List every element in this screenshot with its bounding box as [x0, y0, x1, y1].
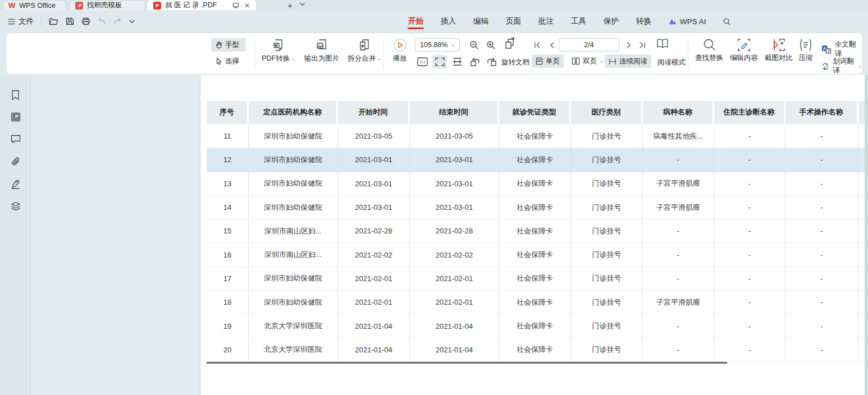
- docer-icon: [75, 2, 83, 10]
- table-cell: 2021-03-01: [338, 196, 410, 219]
- table-cell: -: [643, 219, 714, 243]
- rotate-right-button[interactable]: [485, 55, 499, 68]
- presentation-icon[interactable]: [232, 2, 239, 8]
- play-button[interactable]: 播放: [387, 38, 413, 63]
- table-cell: 社会保障卡: [499, 243, 571, 267]
- tab-document-pdf[interactable]: P 就 医 记 录 .PDF ✕: [147, 0, 256, 10]
- print-icon[interactable]: [81, 17, 90, 25]
- fit-page-button[interactable]: [432, 55, 447, 68]
- table-row: 20北京大学深圳医院2021-01-042021-01-04社会保障卡门诊挂号-…: [207, 338, 865, 362]
- table-cell: -: [785, 314, 858, 338]
- comment-icon[interactable]: [11, 135, 21, 144]
- rotate-left-button[interactable]: [468, 55, 482, 68]
- zoom-out-button[interactable]: [467, 38, 481, 52]
- thumbnail-icon[interactable]: [11, 112, 21, 122]
- table-cell-extra: [858, 291, 865, 314]
- chevron-down-icon: ⌄: [377, 57, 381, 61]
- last-page-button[interactable]: [635, 38, 650, 52]
- column-header: 医疗类别: [571, 101, 643, 125]
- table-cell: 2021-02-01: [338, 267, 410, 291]
- export-image-label: 输出为图片: [304, 54, 340, 63]
- next-page-button[interactable]: [622, 38, 636, 52]
- word-translate-label: 划词翻译: [833, 57, 855, 76]
- table-cell: -: [785, 243, 858, 267]
- table-cell: -: [643, 314, 714, 338]
- signature-icon[interactable]: [11, 179, 21, 189]
- zoom-level-combo[interactable]: 105.88% ⌄: [415, 38, 460, 52]
- menu-tab-convert[interactable]: 转换: [636, 11, 652, 31]
- select-tool-button[interactable]: 选择: [211, 54, 246, 68]
- new-tab-icon[interactable]: +: [287, 1, 293, 11]
- find-replace-button[interactable]: 查找替换: [692, 38, 726, 63]
- column-header: 手术操作名称: [785, 101, 858, 125]
- table-cell: 2021-03-05: [338, 125, 410, 148]
- word-translate-button[interactable]: 文A 划词翻译 ⌄: [821, 57, 862, 76]
- continuous-read-button[interactable]: 连续阅读: [605, 54, 651, 68]
- play-label: 播放: [393, 54, 407, 63]
- side-panel: [31, 75, 200, 395]
- edit-content-button[interactable]: 编辑内容: [727, 38, 761, 63]
- split-merge-button[interactable]: 拆分合并⌄: [344, 38, 385, 63]
- attachment-icon[interactable]: [11, 157, 21, 167]
- hand-tool-button[interactable]: 手型: [211, 38, 246, 52]
- open-folder-icon[interactable]: [49, 17, 58, 25]
- menu-tab-comment[interactable]: 批注: [538, 11, 554, 31]
- export-image-button[interactable]: 输出为图片: [300, 38, 343, 63]
- menu-tab-insert[interactable]: 插入: [440, 11, 456, 31]
- single-page-button[interactable]: 单页: [532, 54, 564, 68]
- screenshot-compare-button[interactable]: 截图对比: [762, 38, 796, 63]
- menu-search-icon[interactable]: [723, 17, 731, 26]
- undo-icon[interactable]: [98, 18, 106, 25]
- redo-icon[interactable]: [113, 18, 122, 25]
- continuous-read-icon: [609, 58, 616, 65]
- compress-button[interactable]: 压缩: [793, 38, 818, 63]
- previous-page-button[interactable]: [544, 38, 559, 52]
- table-cell: 子宫平滑肌瘤: [643, 291, 714, 314]
- menu-tab-wps-ai[interactable]: WPS AI: [668, 17, 706, 26]
- table-cell-extra: [858, 125, 865, 148]
- double-page-button[interactable]: 双页 ⌄: [568, 54, 608, 68]
- table-cell: -: [714, 196, 785, 219]
- close-tab-icon[interactable]: ✕: [244, 2, 250, 10]
- table-cell: -: [785, 125, 858, 148]
- zoom-level-value: 105.88%: [420, 41, 447, 49]
- fit-width-button[interactable]: [450, 55, 464, 68]
- select-tool-label: 选择: [225, 57, 239, 66]
- menu-tab-edit[interactable]: 编辑: [473, 11, 489, 31]
- table-bottom-border: [207, 362, 727, 364]
- more-actions-chevron-icon[interactable]: [129, 20, 135, 24]
- save-icon[interactable]: [66, 17, 74, 25]
- pdf-convert-button[interactable]: PDF转换⌄: [258, 38, 299, 63]
- tab-docer-templates[interactable]: 找稻壳模板: [69, 0, 145, 10]
- menu-tab-home[interactable]: 开始: [408, 11, 424, 31]
- single-page-label: 单页: [546, 57, 560, 66]
- rotate-doc-label[interactable]: 旋转文档: [501, 58, 529, 67]
- table-row: 19北京大学深圳医院2021-01-042021-01-04社会保障卡门诊挂号-…: [207, 314, 865, 338]
- table-row: 18深圳市妇幼保健院2021-02-012021-02-01社会保障卡门诊挂号子…: [207, 291, 865, 314]
- bookmark-icon[interactable]: [11, 90, 20, 100]
- full-translate-button[interactable]: A 全文翻译: [821, 40, 862, 59]
- table-cell: -: [714, 219, 785, 243]
- pdf-file-icon: P: [153, 2, 161, 10]
- table-cell: 2021-02-01: [410, 267, 499, 291]
- tab-list-chevron-icon[interactable]: [300, 2, 305, 6]
- menu-tab-tools[interactable]: 工具: [570, 11, 587, 31]
- layers-icon[interactable]: [11, 201, 21, 212]
- double-page-label: 双页: [583, 57, 597, 66]
- file-menu[interactable]: 文件: [8, 16, 34, 26]
- page-number-input[interactable]: 2/4: [559, 38, 619, 52]
- first-page-button[interactable]: [529, 38, 544, 52]
- table-cell-extra: [858, 219, 865, 243]
- menu-tab-page[interactable]: 页面: [505, 11, 522, 31]
- tab-wps-office[interactable]: W WPS Office: [2, 0, 66, 10]
- read-mode-button[interactable]: 阅读模式: [657, 58, 686, 67]
- table-row: 12深圳市妇幼保健院2021-03-012021-03-01社会保障卡门诊挂号-…: [207, 148, 865, 172]
- chevron-down-icon: ⌄: [600, 59, 604, 63]
- zoom-in-button[interactable]: [483, 38, 498, 52]
- table-cell: -: [643, 148, 714, 172]
- split-merge-icon: [358, 38, 371, 52]
- actual-size-button[interactable]: 1:1: [415, 55, 430, 68]
- menu-tab-protect[interactable]: 保护: [603, 11, 619, 31]
- compress-label: 压缩: [799, 53, 813, 63]
- single-page-icon: [536, 57, 543, 65]
